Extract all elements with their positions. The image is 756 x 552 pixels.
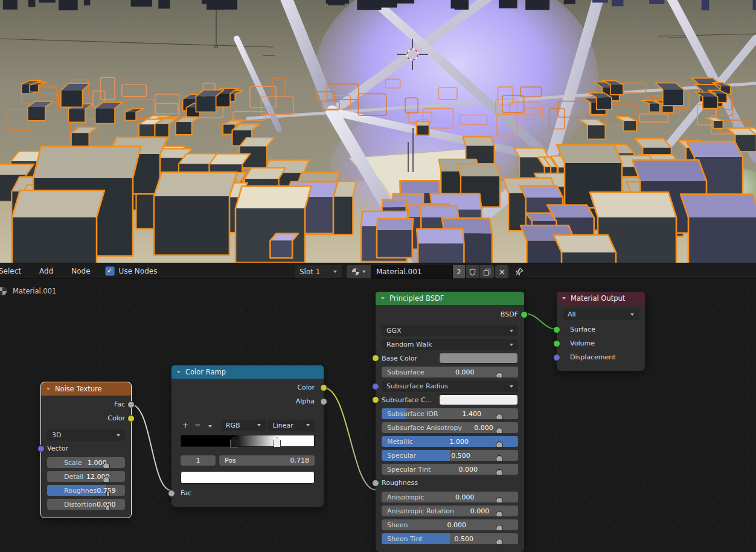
color-ramp-gradient[interactable] [181, 435, 315, 447]
socket-color-output[interactable] [320, 384, 327, 391]
subsurface-method-dropdown[interactable]: Random Walk [382, 339, 518, 350]
use-nodes-toggle[interactable]: ✓ Use Nodes [105, 266, 158, 276]
color-swatch[interactable] [439, 394, 518, 405]
socket-input[interactable] [103, 477, 110, 482]
collapse-chevron-icon[interactable] [46, 388, 50, 390]
browse-material-button[interactable] [347, 265, 371, 278]
ramp-stop-0[interactable] [230, 437, 237, 448]
ramp-stop-1[interactable] [274, 437, 281, 448]
socket-input[interactable] [372, 383, 379, 390]
distant-ceiling-cube [223, 0, 237, 10]
material-sphere-icon [351, 268, 360, 276]
slider-subsurface-anisotropy[interactable]: Subsurface Anisotropy0.000 [382, 422, 518, 433]
socket-input[interactable] [372, 396, 379, 403]
slider-sheen[interactable]: Sheen0.000 [382, 519, 518, 530]
material-name: Material.001 [376, 268, 421, 276]
distribution-dropdown[interactable]: GGX [382, 325, 518, 336]
new-material-button[interactable] [479, 265, 494, 278]
menu-add[interactable]: Add [38, 266, 54, 277]
slider-distortion[interactable]: Distortion0.000 [47, 499, 125, 510]
shader-node-editor[interactable]: Material.001 Noise Texture Fac [0, 279, 756, 552]
color-mode-dropdown[interactable]: RGB [221, 420, 266, 431]
socket-input[interactable] [372, 355, 379, 362]
node-color-ramp[interactable]: Color Ramp Color Alpha + − RGB [171, 365, 324, 507]
material-name-field[interactable]: Material.001 [371, 265, 452, 278]
socket-input[interactable] [496, 414, 503, 419]
socket-color-output[interactable] [127, 415, 135, 422]
socket-input[interactable] [372, 480, 379, 487]
3d-viewport[interactable] [0, 0, 756, 263]
slider-specular-tint[interactable]: Specular Tint0.000 [382, 464, 518, 475]
socket-input[interactable] [496, 441, 503, 447]
socket-input[interactable] [496, 469, 503, 475]
ramp-options-button[interactable] [205, 420, 215, 431]
menu-select[interactable]: Select [0, 266, 22, 277]
stop-position-field[interactable]: Pos0.718 [219, 455, 315, 466]
socket-fac-output[interactable] [127, 401, 135, 408]
distant-ceiling-cube [158, 0, 170, 8]
slider-detail[interactable]: Detail12.000 [47, 471, 125, 482]
menu-node[interactable]: Node [70, 266, 91, 277]
pin-icon[interactable] [514, 267, 524, 277]
slider-anisotropic[interactable]: Anisotropic0.000 [382, 492, 518, 502]
node-material-output[interactable]: Material Output All Surface Volume Displ… [557, 292, 645, 371]
slider-subsurface-ior[interactable]: Subsurface IOR1.400 [382, 408, 518, 419]
distant-ceiling-cube [202, 0, 209, 4]
color-swatch[interactable] [439, 353, 518, 364]
stop-index-field[interactable]: 1 [181, 455, 216, 466]
link-color-roughness [324, 388, 376, 490]
stop-color-swatch[interactable] [181, 471, 315, 484]
collapse-chevron-icon[interactable] [562, 297, 566, 300]
socket-input[interactable] [496, 428, 503, 433]
target-dropdown[interactable]: All [563, 309, 639, 320]
dropdown-subsurface-radius[interactable]: Subsurface Radius [382, 380, 518, 392]
interpolation-dropdown[interactable]: Linear [268, 420, 315, 431]
slider-anisotropic-rotation[interactable]: Anisotropic Rotation0.000 [382, 505, 518, 516]
unlink-material-button[interactable] [495, 265, 508, 278]
slider-subsurface[interactable]: Subsurface0.000 [382, 367, 518, 377]
collapse-chevron-icon[interactable] [381, 297, 385, 300]
node-header[interactable]: Noise Texture [41, 382, 131, 396]
material-sphere-icon [0, 286, 7, 296]
remove-stop-button[interactable]: − [193, 420, 202, 431]
breadcrumb-label: Material.001 [13, 287, 56, 295]
socket-surface-input[interactable] [553, 326, 560, 333]
socket-displacement-input[interactable] [553, 354, 560, 361]
node-header[interactable]: Color Ramp [171, 365, 324, 379]
socket-input[interactable] [106, 504, 110, 510]
checkbox-icon[interactable]: ✓ [105, 266, 115, 276]
material-selector-group: Material.001 2 [347, 265, 494, 278]
socket-input[interactable] [496, 511, 503, 516]
socket-vector-input[interactable] [37, 445, 45, 452]
socket-input[interactable] [496, 539, 503, 544]
node-header[interactable]: Material Output [557, 292, 645, 305]
socket-input[interactable] [496, 455, 503, 461]
socket-fac-input[interactable] [168, 490, 175, 497]
slot-label: Slot 1 [300, 268, 320, 276]
node-noise-texture[interactable]: Noise Texture Fac Color 3D Vector [41, 382, 131, 518]
fake-user-button[interactable] [466, 265, 479, 278]
chevron-down-icon [333, 271, 337, 273]
slot-dropdown[interactable]: Slot 1 [295, 265, 342, 278]
slider-specular[interactable]: Specular0.500 [382, 450, 518, 461]
slider-scale[interactable]: Scale1.000 [47, 457, 125, 468]
slider-roughnes[interactable]: Roughnes0.759 [47, 485, 125, 496]
socket-input[interactable] [103, 463, 110, 468]
slider-metallic[interactable]: Metallic1.000 [382, 436, 518, 447]
input-surface: Surface [563, 324, 639, 335]
socket-input[interactable] [496, 372, 503, 377]
node-title: Noise Texture [55, 385, 102, 393]
dimensions-dropdown[interactable]: 3D [47, 429, 125, 441]
socket-bsdf-output[interactable] [521, 311, 528, 318]
socket-input[interactable] [106, 490, 110, 496]
node-header[interactable]: Principled BSDF [376, 292, 524, 305]
add-stop-button[interactable]: + [181, 420, 190, 431]
collapse-chevron-icon[interactable] [177, 371, 181, 373]
socket-input[interactable] [496, 525, 503, 530]
socket-alpha-output[interactable] [320, 398, 327, 405]
slider-sheen-tint[interactable]: Sheen Tint0.500 [382, 533, 518, 544]
socket-volume-input[interactable] [553, 340, 560, 347]
socket-input[interactable] [496, 497, 503, 502]
node-principled-bsdf[interactable]: Principled BSDF BSDF GGX Random Walk Bas… [376, 292, 524, 552]
users-count-badge[interactable]: 2 [453, 265, 465, 278]
